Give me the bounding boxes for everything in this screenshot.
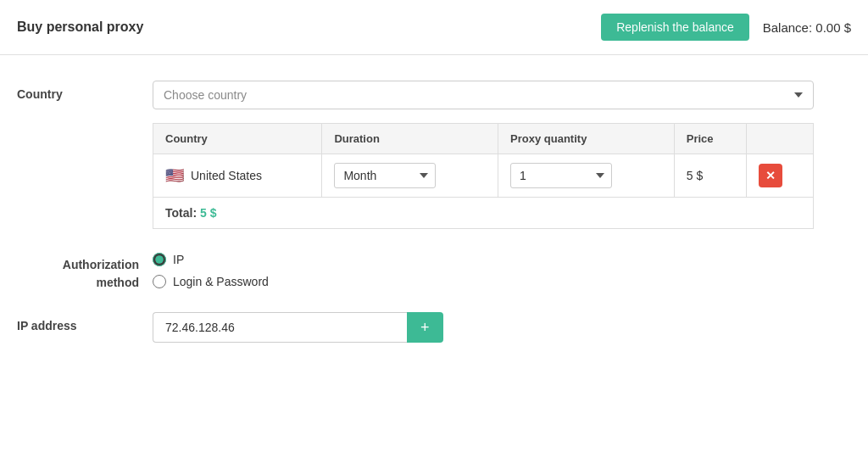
total-cell: Total: 5 $ xyxy=(153,198,814,229)
price-value: 5 $ xyxy=(687,169,703,182)
duration-select[interactable]: Month Week Day xyxy=(334,163,436,188)
balance-display: Balance: 0.00 $ xyxy=(763,20,851,35)
ip-add-button[interactable]: + xyxy=(407,312,443,343)
auth-option-ip[interactable]: IP xyxy=(153,253,269,266)
page-header: Buy personal proxy Replenish the balance… xyxy=(0,0,868,55)
auth-ip-label: IP xyxy=(173,253,184,266)
price-cell: 5 $ xyxy=(674,154,746,198)
col-price: Price xyxy=(674,124,746,154)
col-duration: Duration xyxy=(322,124,498,154)
total-amount: 5 $ xyxy=(200,206,216,220)
header-actions: Replenish the balance Balance: 0.00 $ xyxy=(601,14,851,41)
total-label: Total: xyxy=(165,206,197,220)
auth-row: Authorization method IP Login & Password xyxy=(17,249,851,292)
auth-option-password[interactable]: Login & Password xyxy=(153,275,269,288)
duration-cell: Month Week Day xyxy=(322,154,498,198)
quantity-select[interactable]: 1 2 5 10 xyxy=(510,163,612,188)
auth-radio-password[interactable] xyxy=(153,275,166,288)
ip-row: IP address + xyxy=(17,312,851,343)
auth-options: IP Login & Password xyxy=(153,249,269,288)
col-country: Country xyxy=(153,124,322,154)
country-select[interactable]: Choose country United States xyxy=(153,81,814,109)
country-name: United States xyxy=(191,169,262,182)
country-select-wrapper: Choose country United States Country Dur… xyxy=(153,81,851,229)
ip-address-input[interactable] xyxy=(153,312,407,343)
auth-label: Authorization method xyxy=(17,249,153,292)
col-action xyxy=(746,124,814,154)
total-row: Total: 5 $ xyxy=(153,198,814,229)
country-row: Country Choose country United States Cou… xyxy=(17,81,851,229)
quantity-cell: 1 2 5 10 xyxy=(498,154,675,198)
col-quantity: Proxy quantity xyxy=(498,124,675,154)
replenish-button[interactable]: Replenish the balance xyxy=(601,14,749,41)
flag-icon: 🇺🇸 xyxy=(165,166,184,185)
page-title: Buy personal proxy xyxy=(17,20,143,35)
table-header-row: Country Duration Proxy quantity Price xyxy=(153,124,814,154)
table-row: 🇺🇸 United States Month Week Day xyxy=(153,154,814,198)
auth-password-label: Login & Password xyxy=(173,275,269,288)
country-label: Country xyxy=(17,81,153,101)
ip-input-group: + xyxy=(153,312,443,343)
proxy-table: Country Duration Proxy quantity Price 🇺🇸… xyxy=(153,123,814,229)
auth-radio-ip[interactable] xyxy=(153,253,166,266)
ip-label: IP address xyxy=(17,312,153,332)
delete-cell: ✕ xyxy=(746,154,814,198)
country-cell: 🇺🇸 United States xyxy=(153,154,322,198)
main-content: Country Choose country United States Cou… xyxy=(0,55,868,388)
delete-row-button[interactable]: ✕ xyxy=(759,164,782,187)
